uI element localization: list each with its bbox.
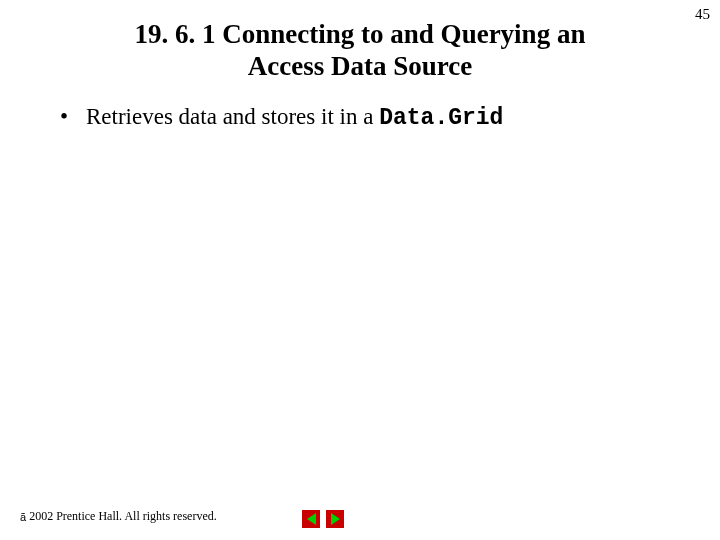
prev-slide-button[interactable] [302,510,320,528]
title-line-2: Access Data Source [248,51,472,81]
next-slide-button[interactable] [326,510,344,528]
bullet-item: Retrieves data and stores it in a Data.G… [60,104,660,131]
bullet-code: Data.Grid [379,105,503,131]
copyright-symbol: ã [20,511,26,523]
bullet-text: Retrieves data and stores it in a [86,104,379,129]
copyright-footer: ã 2002 Prentice Hall. All rights reserve… [20,509,217,524]
bullet-list: Retrieves data and stores it in a Data.G… [60,104,660,131]
triangle-right-icon [331,513,340,525]
title-line-1: 19. 6. 1 Connecting to and Querying an [135,19,586,49]
copyright-text: 2002 Prentice Hall. All rights reserved. [29,509,217,524]
triangle-left-icon [307,513,316,525]
page-number: 45 [695,6,710,23]
slide-title: 19. 6. 1 Connecting to and Querying an A… [85,18,635,83]
slide-nav [302,510,344,528]
slide: 45 19. 6. 1 Connecting to and Querying a… [0,0,720,540]
